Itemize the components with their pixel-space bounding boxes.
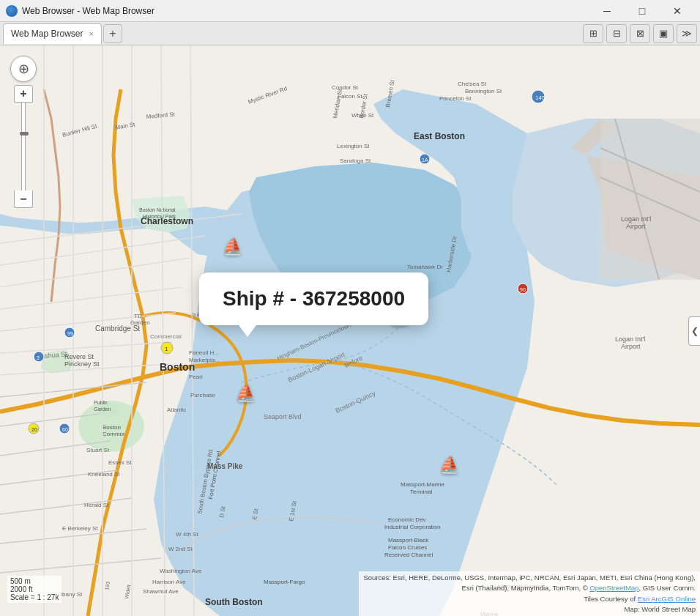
- svg-text:Stuart St: Stuart St: [86, 447, 110, 453]
- map-background: Boston Common Boston National Historical…: [0, 45, 700, 616]
- expand-button[interactable]: ≫: [677, 24, 697, 43]
- svg-text:Shawmut Ave: Shawmut Ave: [143, 588, 179, 595]
- svg-text:Faneuil H...: Faneuil H...: [189, 349, 219, 356]
- svg-text:South Boston: South Boston: [205, 597, 263, 607]
- svg-text:Tomahawk Dr: Tomahawk Dr: [407, 264, 443, 270]
- tab-web-map-browser[interactable]: Web Map Browser ×: [3, 23, 102, 44]
- zoom-slider-handle[interactable]: [20, 132, 29, 136]
- svg-text:East Boston: East Boston: [414, 131, 465, 141]
- zoom-slider[interactable]: [21, 103, 26, 190]
- arcgis-link[interactable]: Esri ArcGIS Online: [638, 595, 696, 603]
- svg-text:Massport-Black: Massport-Black: [388, 537, 429, 543]
- svg-text:Falcon St: Falcon St: [338, 93, 363, 100]
- svg-text:Airport: Airport: [626, 223, 646, 230]
- svg-text:Common: Common: [103, 431, 126, 437]
- svg-text:Seaport Blvd: Seaport Blvd: [264, 413, 302, 420]
- zoom-controls: + −: [14, 85, 33, 208]
- svg-text:Pearl: Pearl: [189, 374, 203, 380]
- ship-icon-3[interactable]: ⛵: [236, 384, 256, 403]
- svg-text:Boston: Boston: [103, 424, 121, 431]
- side-collapse-button[interactable]: ❮: [688, 316, 700, 346]
- svg-text:Washington Ave: Washington Ave: [160, 568, 202, 574]
- map-navigation: ⊕ + −: [10, 56, 37, 208]
- window-title: Web Browser - Web Map Browser: [22, 6, 590, 16]
- svg-text:Condor St: Condor St: [332, 84, 359, 91]
- svg-text:90: 90: [520, 287, 526, 292]
- svg-text:Airport: Airport: [621, 343, 641, 350]
- attribution-line1: Sources: Esri, HERE, DeLorme, USGS, Inte…: [363, 573, 696, 583]
- svg-text:1: 1: [165, 346, 168, 352]
- svg-text:Massport-Marine: Massport-Marine: [401, 481, 445, 488]
- svg-text:Logan Int'l: Logan Int'l: [615, 335, 645, 343]
- svg-text:TD: TD: [134, 313, 142, 319]
- svg-text:Lexington St: Lexington St: [337, 143, 370, 149]
- svg-text:Commercial: Commercial: [150, 333, 182, 340]
- svg-text:Boston National: Boston National: [139, 207, 176, 212]
- svg-text:145: 145: [535, 94, 546, 101]
- svg-text:Purchase: Purchase: [190, 392, 215, 398]
- svg-text:Harrison Ave: Harrison Ave: [152, 579, 186, 585]
- svg-text:Garden: Garden: [130, 319, 150, 326]
- svg-text:Charlestown: Charlestown: [141, 216, 193, 226]
- svg-text:Chelsea St: Chelsea St: [458, 81, 487, 87]
- svg-text:1A: 1A: [422, 157, 428, 163]
- osm-link[interactable]: OpenStreetMap: [589, 584, 638, 592]
- window-controls: ─ □ ✕: [590, 0, 694, 22]
- svg-text:Kneeland St: Kneeland St: [88, 471, 120, 478]
- maximize-button[interactable]: □: [625, 0, 659, 22]
- svg-text:Bennington St: Bennington St: [465, 88, 502, 94]
- svg-text:W 2nd St: W 2nd St: [168, 546, 193, 552]
- tab-label: Web Map Browser: [11, 29, 83, 39]
- grid-view-button[interactable]: ⊞: [583, 24, 603, 43]
- add-tab-button[interactable]: +: [103, 24, 122, 43]
- svg-text:White St: White St: [351, 112, 374, 119]
- attribution: Sources: Esri, HERE, DeLorme, USGS, Inte…: [359, 571, 700, 616]
- zoom-in-button[interactable]: +: [14, 85, 33, 103]
- svg-text:Massport-Fargo: Massport-Fargo: [264, 579, 305, 585]
- app-icon: [6, 5, 18, 17]
- svg-text:20: 20: [31, 427, 37, 432]
- svg-text:Falcon Cruises: Falcon Cruises: [388, 544, 427, 551]
- tab-bar: Web Map Browser × + ⊞ ⊟ ⊠ ▣ ≫: [0, 22, 700, 45]
- grid2-view-button[interactable]: ⊟: [606, 24, 627, 43]
- tab-close-button[interactable]: ×: [89, 29, 93, 38]
- svg-text:Herald St: Herald St: [84, 502, 109, 508]
- scale-bar: 500 m 2000 ft Scale = 1 : 27k: [7, 576, 62, 603]
- svg-text:Revere St: Revere St: [64, 353, 94, 360]
- panel-view-button[interactable]: ▣: [653, 24, 674, 43]
- svg-text:3: 3: [37, 355, 40, 360]
- svg-text:60: 60: [62, 427, 68, 432]
- scale-line2: 2000 ft: [10, 585, 59, 593]
- attribution-line3: Tiles Courtesy of Esri ArcGIS Online: [363, 594, 696, 604]
- toolbar-right: ⊞ ⊟ ⊠ ▣ ≫: [583, 24, 697, 43]
- svg-text:E Berkeley St: E Berkeley St: [62, 525, 98, 532]
- svg-text:Essex St: Essex St: [108, 459, 132, 466]
- ship-icon-4[interactable]: ⛵: [439, 456, 459, 475]
- svg-text:Industrial Corporation: Industrial Corporation: [384, 524, 440, 530]
- compass-button[interactable]: ⊕: [10, 56, 37, 82]
- svg-text:Public: Public: [94, 400, 108, 405]
- popup-arrow: [239, 325, 256, 337]
- scale-line3: Scale = 1 : 27k: [10, 593, 59, 601]
- ship-icon-1[interactable]: ⛵: [223, 237, 242, 256]
- svg-text:Marketpla...: Marketpla...: [189, 357, 220, 363]
- scale-line1: 500 m: [10, 577, 59, 585]
- title-bar: Web Browser - Web Map Browser ─ □ ✕: [0, 0, 700, 22]
- svg-text:Logan Int'l: Logan Int'l: [621, 215, 651, 223]
- map-container[interactable]: Boston Common Boston National Historical…: [0, 45, 700, 616]
- minimize-button[interactable]: ─: [590, 0, 624, 22]
- svg-text:Garden: Garden: [94, 407, 111, 412]
- close-button[interactable]: ✕: [660, 0, 694, 22]
- ship-popup-text: Ship # - 367258000: [223, 287, 405, 311]
- grid3-view-button[interactable]: ⊠: [630, 24, 650, 43]
- svg-text:99: 99: [67, 331, 73, 336]
- svg-text:Pinckney St: Pinckney St: [64, 360, 100, 368]
- attribution-line2: Esri (Thailand), MapmyIndia, TomTom, © O…: [363, 583, 696, 593]
- svg-text:Saratoga St: Saratoga St: [340, 157, 371, 164]
- svg-text:Atlantic: Atlantic: [167, 407, 186, 413]
- svg-text:W 4th St: W 4th St: [176, 531, 198, 538]
- svg-text:Economic Dev: Economic Dev: [388, 516, 426, 523]
- svg-text:Terminal: Terminal: [410, 489, 432, 495]
- svg-text:Reserved Channel: Reserved Channel: [384, 552, 433, 558]
- zoom-out-button[interactable]: −: [14, 190, 33, 208]
